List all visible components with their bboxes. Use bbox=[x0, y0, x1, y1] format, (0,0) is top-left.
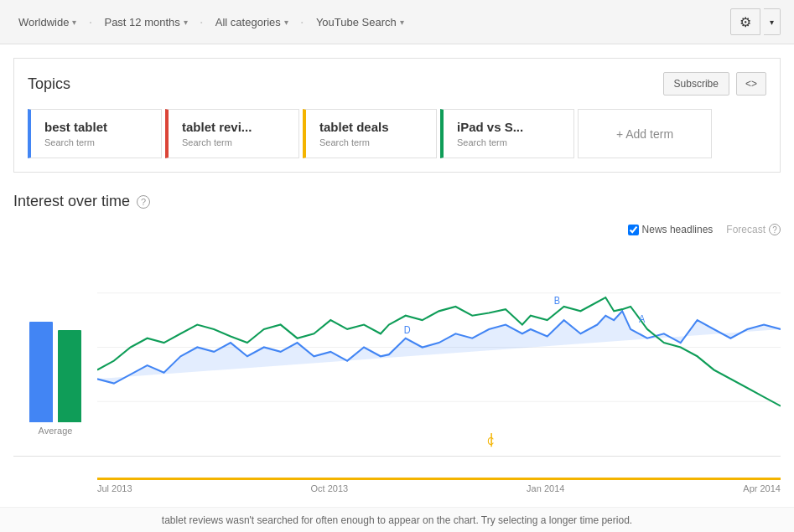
settings-button[interactable]: ⚙ bbox=[730, 8, 760, 35]
avg-label: Average bbox=[39, 426, 73, 436]
nav-left: Worldwide ▾ · Past 12 months ▾ · All cat… bbox=[13, 13, 409, 32]
term-type-best-tablet: Search term bbox=[44, 137, 148, 147]
source-arrow: ▾ bbox=[400, 18, 404, 27]
term-best-tablet[interactable]: best tablet Search term bbox=[28, 109, 162, 158]
chart-container: Average B D A bbox=[13, 239, 781, 457]
forecast-text: Forecast bbox=[726, 224, 765, 235]
forecast-help-icon[interactable]: ? bbox=[769, 224, 781, 235]
subscribe-button[interactable]: Subscribe bbox=[663, 72, 729, 96]
bottom-note-text: tablet reviews wasn't searched for often… bbox=[162, 514, 632, 526]
term-ipad-vs-s[interactable]: iPad vs S... Search term bbox=[440, 109, 574, 158]
terms-row: best tablet Search term tablet revi... S… bbox=[28, 109, 766, 158]
term-type-tablet-deals: Search term bbox=[319, 137, 423, 147]
gear-icon: ⚙ bbox=[740, 14, 751, 30]
settings-dropdown-button[interactable]: ▾ bbox=[764, 8, 781, 35]
chart-svg: B D A C bbox=[97, 239, 781, 456]
interest-section: Interest over time ? News headlines Fore… bbox=[13, 186, 781, 493]
worldwide-label: Worldwide bbox=[18, 16, 69, 28]
categories-arrow: ▾ bbox=[284, 18, 288, 27]
worldwide-filter[interactable]: Worldwide ▾ bbox=[13, 13, 81, 32]
chart-controls: News headlines Forecast ? bbox=[13, 224, 781, 235]
share-button[interactable]: <> bbox=[736, 72, 766, 96]
worldwide-arrow: ▾ bbox=[72, 18, 76, 27]
categories-filter[interactable]: All categories ▾ bbox=[210, 13, 293, 32]
term-tablet-revi[interactable]: tablet revi... Search term bbox=[165, 109, 299, 158]
interest-header: Interest over time ? bbox=[13, 186, 781, 217]
top-navigation: Worldwide ▾ · Past 12 months ▾ · All cat… bbox=[0, 0, 794, 44]
svg-text:B: B bbox=[554, 295, 560, 305]
timerange-arrow: ▾ bbox=[184, 18, 188, 27]
topics-title: Topics bbox=[28, 75, 70, 93]
svg-text:D: D bbox=[404, 325, 411, 335]
settings-dropdown-arrow-icon: ▾ bbox=[770, 18, 774, 27]
timeline-label-jan: Jan 2014 bbox=[527, 483, 564, 493]
timeline-label-apr: Apr 2014 bbox=[743, 483, 781, 493]
timerange-label: Past 12 months bbox=[104, 16, 179, 28]
news-headlines-checkbox-label[interactable]: News headlines bbox=[628, 224, 714, 235]
timeline-label-oct: Oct 2013 bbox=[311, 483, 349, 493]
categories-label: All categories bbox=[215, 16, 281, 28]
term-name-tablet-revi: tablet revi... bbox=[182, 120, 285, 134]
interest-help-icon[interactable]: ? bbox=[137, 195, 150, 209]
source-filter[interactable]: YouTube Search ▾ bbox=[311, 13, 409, 32]
nav-divider-3: · bbox=[300, 13, 304, 31]
timeline-label-jul: Jul 2013 bbox=[97, 483, 132, 493]
timeline bbox=[97, 457, 781, 480]
news-headlines-text: News headlines bbox=[642, 224, 714, 235]
term-name-ipad-vs-s: iPad vs S... bbox=[457, 120, 560, 134]
svg-text:C: C bbox=[487, 436, 494, 447]
term-tablet-deals[interactable]: tablet deals Search term bbox=[303, 109, 437, 158]
nav-right: ⚙ ▾ bbox=[730, 8, 781, 35]
nav-divider-2: · bbox=[200, 13, 204, 31]
term-name-best-tablet: best tablet bbox=[44, 120, 148, 134]
timerange-filter[interactable]: Past 12 months ▾ bbox=[99, 13, 192, 32]
avg-bar-blue bbox=[29, 322, 53, 422]
avg-bar-green bbox=[58, 330, 81, 422]
interest-title: Interest over time bbox=[13, 193, 130, 210]
topics-header: Topics Subscribe <> bbox=[28, 72, 766, 96]
timeline-labels: Jul 2013 Oct 2013 Jan 2014 Apr 2014 bbox=[97, 480, 781, 493]
chart-left-avg: Average bbox=[13, 239, 97, 456]
topics-section: Topics Subscribe <> best tablet Search t… bbox=[13, 58, 781, 173]
source-label: YouTube Search bbox=[316, 16, 397, 28]
svg-text:A: A bbox=[639, 314, 646, 324]
add-term-button[interactable]: + Add term bbox=[578, 109, 712, 158]
chart-area: Average B D A bbox=[13, 239, 781, 493]
forecast-label: Forecast ? bbox=[726, 224, 781, 235]
nav-divider-1: · bbox=[88, 13, 92, 31]
topics-actions: Subscribe <> bbox=[663, 72, 766, 96]
news-headlines-checkbox[interactable] bbox=[628, 225, 639, 235]
share-icon: <> bbox=[745, 78, 757, 90]
term-type-tablet-revi: Search term bbox=[182, 137, 285, 147]
term-name-tablet-deals: tablet deals bbox=[319, 120, 423, 134]
term-type-ipad-vs-s: Search term bbox=[457, 137, 560, 147]
chart-main: B D A C bbox=[97, 239, 781, 456]
bottom-note: tablet reviews wasn't searched for often… bbox=[0, 507, 794, 532]
avg-bars bbox=[29, 288, 81, 422]
